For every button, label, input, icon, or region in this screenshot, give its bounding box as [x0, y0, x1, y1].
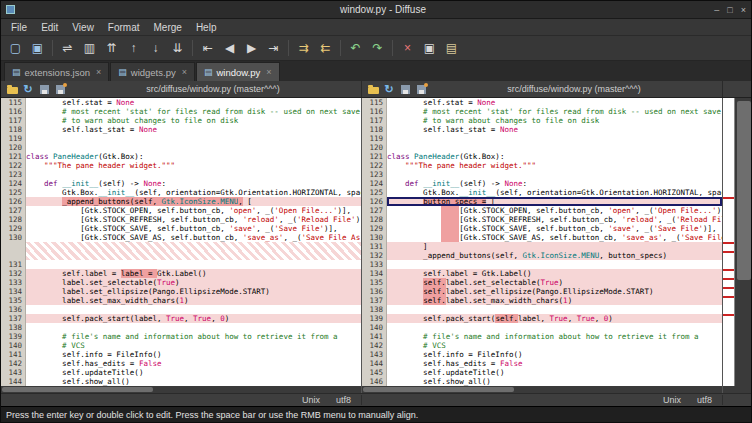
line-number[interactable]: 136: [1, 305, 26, 314]
open-file-icon[interactable]: [6, 83, 18, 95]
code-line[interactable]: 132 _append_buttons(self, Gtk.IconSize.M…: [362, 251, 722, 260]
code-text[interactable]: self.stat = None: [387, 98, 722, 107]
code-text[interactable]: [26, 251, 361, 260]
window-minimize-button[interactable]: –: [714, 5, 719, 15]
line-number[interactable]: 119: [1, 134, 26, 143]
code-text[interactable]: """The pane header widget.""": [26, 161, 361, 170]
window-maximize-button[interactable]: □: [727, 5, 732, 15]
code-text[interactable]: [387, 260, 722, 269]
code-line[interactable]: 145 self.updateTitle(): [362, 368, 722, 377]
line-number[interactable]: 137: [362, 296, 387, 305]
code-line[interactable]: 137 self.pack_start(label, True, True, 0…: [1, 314, 361, 323]
code-text[interactable]: # VCS: [26, 341, 361, 350]
code-text[interactable]: """The pane header widget.""": [387, 161, 722, 170]
code-line[interactable]: 120: [1, 143, 361, 152]
line-number[interactable]: 126: [1, 197, 26, 206]
code-line[interactable]: 127 [Gtk.STOCK_OPEN, self.button_cb, 'op…: [362, 206, 722, 215]
line-number[interactable]: 131: [1, 260, 26, 269]
line-number[interactable]: 130: [1, 233, 26, 242]
code-text[interactable]: self.updateTitle(): [387, 368, 722, 377]
line-number[interactable]: 142: [362, 341, 387, 350]
line-number[interactable]: 115: [1, 98, 26, 107]
line-number[interactable]: 134: [362, 269, 387, 278]
code-text[interactable]: ]: [387, 242, 722, 251]
go-previous-button[interactable]: ◀: [219, 38, 240, 59]
code-text[interactable]: self.label.set_ellipsize(Pango.Ellipsize…: [387, 287, 722, 296]
window-close-button[interactable]: ×: [741, 5, 746, 15]
code-text[interactable]: self.last_stat = None: [387, 125, 722, 134]
line-number[interactable]: 123: [1, 170, 26, 179]
code-line[interactable]: 130 [Gtk.STOCK_SAVE_AS, self.button_cb, …: [362, 233, 722, 242]
go-first-button[interactable]: ⇤: [197, 38, 218, 59]
code-line[interactable]: 116 # most recent 'stat' for files read …: [1, 107, 361, 116]
line-number[interactable]: 122: [1, 161, 26, 170]
code-text[interactable]: self.updateTitle(): [26, 368, 361, 377]
line-number[interactable]: 128: [362, 215, 387, 224]
code-text[interactable]: [Gtk.STOCK_SAVE, self.button_cb, 'save',…: [26, 224, 361, 233]
code-text[interactable]: # to warn about changes to file on disk: [26, 116, 361, 125]
line-number[interactable]: 124: [362, 179, 387, 188]
code-text[interactable]: # file's name and information about how …: [387, 332, 722, 341]
code-line[interactable]: 134 self.label = Gtk.Label(): [362, 269, 722, 278]
code-text[interactable]: [Gtk.STOCK_SAVE, self.button_cb, 'save',…: [387, 224, 722, 233]
copy-selection-right-button[interactable]: ⇉: [293, 38, 314, 59]
code-text[interactable]: def __init__(self) -> None:: [26, 179, 361, 188]
first-difference-button[interactable]: ⇈: [101, 38, 122, 59]
code-text[interactable]: [Gtk.STOCK_OPEN, self.button_cb, 'open',…: [387, 206, 722, 215]
code-line[interactable]: 124 def __init__(self) -> None:: [362, 179, 722, 188]
line-number[interactable]: 133: [362, 260, 387, 269]
code-text[interactable]: [26, 305, 361, 314]
code-line[interactable]: 140: [362, 323, 722, 332]
line-number[interactable]: 141: [362, 332, 387, 341]
code-text[interactable]: # file's name and information about how …: [26, 332, 361, 341]
line-number[interactable]: 126: [362, 197, 387, 206]
line-number[interactable]: 122: [362, 161, 387, 170]
code-text[interactable]: # VCS: [387, 341, 722, 350]
redo-button[interactable]: ↷: [367, 38, 388, 59]
vertical-scrollbar[interactable]: [735, 98, 752, 386]
undo-button[interactable]: ↶: [345, 38, 366, 59]
code-text[interactable]: self.has_edits = False: [26, 359, 361, 368]
code-line[interactable]: 122 """The pane header widget.""": [362, 161, 722, 170]
menu-edit[interactable]: Edit: [34, 22, 65, 33]
tab-close-icon[interactable]: ×: [180, 67, 187, 77]
go-next-button[interactable]: ▶: [241, 38, 262, 59]
line-number[interactable]: 129: [362, 224, 387, 233]
code-line[interactable]: 144 self.has_edits = False: [362, 359, 722, 368]
code-text[interactable]: [387, 305, 722, 314]
open-file-icon[interactable]: [367, 83, 379, 95]
go-last-button[interactable]: ⇥: [263, 38, 284, 59]
code-line[interactable]: 140 # VCS: [1, 341, 361, 350]
code-line[interactable]: 129 [Gtk.STOCK_SAVE, self.button_cb, 'sa…: [1, 224, 361, 233]
code-line[interactable]: 131 ]: [362, 242, 722, 251]
code-line[interactable]: 123: [362, 170, 722, 179]
new-2way-file-merge-button[interactable]: ▢: [5, 38, 26, 59]
code-line[interactable]: 129 [Gtk.STOCK_SAVE, self.button_cb, 'sa…: [362, 224, 722, 233]
horizontal-scrollbar-handle[interactable]: [2, 387, 153, 392]
line-number[interactable]: 146: [362, 377, 387, 386]
code-line[interactable]: 118 self.last_stat = None: [362, 125, 722, 134]
code-line[interactable]: 144 self.show_all(): [1, 377, 361, 386]
line-number[interactable]: 131: [362, 242, 387, 251]
reload-file-icon[interactable]: ↻: [383, 83, 395, 95]
code-line[interactable]: 123: [1, 170, 361, 179]
code-text[interactable]: def __init__(self) -> None:: [387, 179, 722, 188]
code-text[interactable]: self.last_stat = None: [26, 125, 361, 134]
diff-map[interactable]: [723, 98, 735, 386]
horizontal-scrollbar-handle[interactable]: [363, 387, 514, 392]
code-text[interactable]: _append_buttons(self, Gtk.IconSize.MENU,…: [26, 197, 361, 206]
line-number[interactable]: 120: [362, 143, 387, 152]
line-number[interactable]: 129: [1, 224, 26, 233]
code-text[interactable]: self.stat = None: [26, 98, 361, 107]
line-number[interactable]: 140: [362, 323, 387, 332]
new-3way-file-merge-button[interactable]: ▣: [27, 38, 48, 59]
code-text[interactable]: self.label.set_selectable(True): [387, 278, 722, 287]
line-number[interactable]: 130: [362, 233, 387, 242]
code-text[interactable]: [Gtk.STOCK_SAVE_AS, self.button_cb, 'sav…: [26, 233, 361, 242]
line-number[interactable]: 140: [1, 341, 26, 350]
code-line[interactable]: 138: [362, 305, 722, 314]
line-number[interactable]: 134: [1, 287, 26, 296]
code-text[interactable]: self.label = Gtk.Label(): [387, 269, 722, 278]
line-number[interactable]: 138: [362, 305, 387, 314]
code-text[interactable]: [26, 170, 361, 179]
